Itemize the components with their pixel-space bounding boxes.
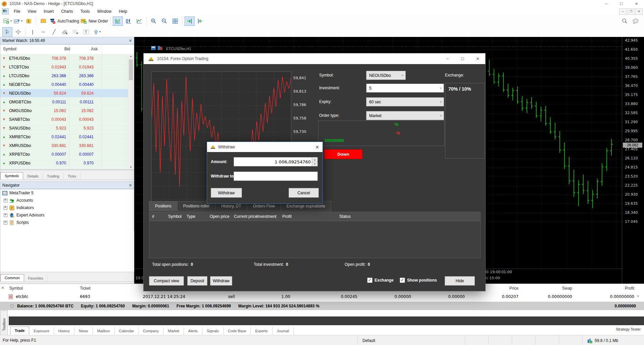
market-watch-tab-details[interactable]: Details bbox=[23, 173, 43, 180]
market-watch-row[interactable]: ▼NEOUSDbo59.62459.624 bbox=[0, 89, 129, 98]
dialog-close-icon[interactable]: ✕ bbox=[470, 53, 485, 64]
navigator-tab-favorites[interactable]: Favorites bbox=[24, 275, 48, 282]
market-watch-row[interactable]: ▲LTCUSDbo263.366263.366 bbox=[0, 71, 129, 80]
amount-input[interactable]: 1 006,09254760 ▲▼ bbox=[234, 157, 318, 166]
order-type-select[interactable]: Market ˅ bbox=[366, 111, 444, 120]
trendline-tool-button[interactable]: ╱ bbox=[49, 27, 59, 37]
market-watch-row[interactable]: ▲XMRBTCbo0.024410.02441 bbox=[0, 133, 129, 141]
menu-charts[interactable]: Charts bbox=[57, 8, 77, 15]
menu-file[interactable]: File bbox=[10, 8, 24, 15]
toolbox-tab-code-base[interactable]: Code Base bbox=[224, 327, 251, 335]
dialog-minimize-icon[interactable]: ─ bbox=[440, 53, 455, 64]
mdi-minimize-icon[interactable]: ─ bbox=[619, 8, 627, 15]
menu-window[interactable]: Window bbox=[94, 8, 115, 15]
equidistant-channel-tool-button[interactable]: E bbox=[60, 27, 70, 37]
market-watch-tab-symbols[interactable]: Symbols bbox=[0, 172, 23, 180]
line-chart-mode-button[interactable] bbox=[134, 16, 144, 26]
deposit-button[interactable]: Deposit bbox=[187, 276, 207, 286]
market-watch-row[interactable]: ▼OMGUSDbo15.06215.062 bbox=[0, 106, 129, 115]
toolbox-tab-alerts[interactable]: Alerts bbox=[184, 327, 202, 335]
toolbox-column-price[interactable]: Price bbox=[509, 286, 518, 291]
tile-windows-button[interactable] bbox=[170, 16, 180, 26]
expand-icon[interactable] bbox=[4, 206, 7, 210]
market-watch-row[interactable]: ▼SANBTCbo0.000430.00043 bbox=[0, 115, 129, 124]
toolbox-tab-exposure[interactable]: Exposure bbox=[29, 327, 54, 335]
bar-chart-mode-button[interactable] bbox=[113, 16, 123, 26]
expand-icon[interactable] bbox=[4, 221, 7, 225]
close-button[interactable]: ✕ bbox=[629, 0, 644, 7]
symbol-select[interactable]: NEOUSDbo ˅ bbox=[366, 71, 406, 80]
toolbox-tab-company[interactable]: Company bbox=[139, 327, 163, 335]
navigator-close-icon[interactable]: ✕ bbox=[129, 183, 132, 188]
checkbox-icon[interactable]: ✓ bbox=[400, 278, 405, 283]
hide-button[interactable]: Hide bbox=[445, 276, 475, 286]
menu-help[interactable]: Help bbox=[115, 8, 131, 15]
column-symbol[interactable]: Symbol bbox=[3, 47, 16, 51]
navigator-item-accounts[interactable]: Accounts bbox=[0, 197, 134, 204]
withdraw-to-input[interactable] bbox=[234, 171, 318, 181]
withdraw-confirm-button[interactable]: Withdraw bbox=[211, 188, 242, 198]
strategy-tester-label[interactable]: Strategy Tester bbox=[616, 327, 641, 331]
toolbox-tab-calendar[interactable]: Calendar bbox=[115, 327, 139, 335]
mdi-close-icon[interactable]: ✕ bbox=[635, 8, 643, 15]
text-tool-button[interactable]: T bbox=[81, 27, 91, 37]
column-bid[interactable]: Bid bbox=[43, 47, 70, 51]
status-profile-cell[interactable]: Default bbox=[357, 335, 465, 345]
zoom-in-button[interactable] bbox=[149, 16, 159, 26]
cursor-tool-button[interactable] bbox=[2, 27, 12, 37]
toolbox-tab-trade[interactable]: Trade bbox=[10, 327, 29, 335]
toolbox-tab-journal[interactable]: Journal bbox=[273, 327, 294, 335]
mdi-restore-icon[interactable]: ❐ bbox=[627, 8, 635, 15]
investment-input[interactable]: 5 ˅ bbox=[366, 84, 444, 93]
toolbox-close-icon[interactable]: ✕ bbox=[1, 286, 4, 290]
toolbox-tab-history[interactable]: History bbox=[54, 327, 75, 335]
navigator-item-indicators[interactable]: fIndicators bbox=[0, 204, 134, 211]
market-watch-row[interactable]: ▲OMGBTCbo0.001110.00111 bbox=[0, 98, 129, 106]
scrollbar-thumb[interactable] bbox=[129, 59, 133, 80]
cancel-button[interactable]: Cancel bbox=[289, 188, 319, 198]
dialog-maximize-icon[interactable]: ☐ bbox=[455, 53, 470, 64]
withdraw-button[interactable]: Withdraw bbox=[210, 276, 232, 286]
fibonacci-tool-button[interactable]: F bbox=[70, 27, 81, 37]
toolbox-tab-news[interactable]: News bbox=[75, 327, 93, 335]
menu-tools[interactable]: Tools bbox=[77, 8, 94, 15]
positions-column-current-price[interactable]: Current price bbox=[234, 214, 257, 219]
candlestick-mode-button[interactable] bbox=[123, 16, 134, 26]
auto-scroll-button[interactable] bbox=[195, 16, 205, 26]
show-positions-checkbox[interactable]: ✓Show positions bbox=[400, 278, 437, 283]
crosshair-tool-button[interactable] bbox=[13, 27, 23, 37]
positions-column-symbol[interactable]: Symbol bbox=[168, 214, 182, 219]
positions-column-type[interactable]: Type bbox=[187, 214, 195, 219]
amount-stepper[interactable]: ▲▼ bbox=[312, 158, 317, 166]
positions-tab-positions[interactable]: Positions bbox=[149, 201, 178, 211]
market-watch-tab-ticks[interactable]: Ticks bbox=[64, 173, 81, 180]
navigator-tab-common[interactable]: Common bbox=[0, 274, 24, 282]
chart-shift-button[interactable] bbox=[185, 16, 195, 26]
market-watch-scrollbar[interactable]: ▲ ▼ bbox=[128, 54, 134, 170]
menu-insert[interactable]: Insert bbox=[40, 8, 57, 15]
autotrading-button[interactable]: AutoTrading bbox=[49, 16, 80, 26]
down-button[interactable]: Down bbox=[324, 149, 362, 159]
scroll-down-icon[interactable]: ▼ bbox=[128, 165, 134, 170]
history-center-button[interactable] bbox=[38, 16, 48, 26]
market-watch-row[interactable]: ▼LTCBTCbo0.019430.01943 bbox=[0, 63, 129, 71]
toolbox-side-tab[interactable]: Toolbox bbox=[0, 310, 8, 339]
navigator-item-expert-advisors[interactable]: Expert Advisors bbox=[0, 211, 134, 219]
expand-icon[interactable] bbox=[4, 199, 7, 202]
close-position-icon[interactable]: ✕ bbox=[637, 294, 639, 298]
market-watch-row[interactable]: ▲NEOBTCbo0.004400.00440 bbox=[0, 80, 129, 89]
exchange-checkbox[interactable]: ✓Exchange bbox=[367, 278, 394, 283]
navigator-item-scripts[interactable]: Scripts bbox=[0, 219, 134, 226]
toolbox-column-swap[interactable]: Swap bbox=[562, 286, 572, 291]
shapes-tool-button[interactable]: ▾ bbox=[92, 27, 102, 37]
toolbox-tab-signals[interactable]: Signals bbox=[202, 327, 224, 335]
market-watch-close-icon[interactable]: ✕ bbox=[129, 39, 132, 43]
forex-dialog-titlebar[interactable]: 10154: Forex Option Trading ─ ☐ ✕ bbox=[144, 53, 485, 64]
market-watch-row[interactable]: ▲XRPBTCbo0.000070.00007 bbox=[0, 150, 129, 159]
new-order-button[interactable]: New Order bbox=[80, 16, 108, 26]
withdraw-close-icon[interactable]: ✕ bbox=[315, 145, 319, 150]
market-watch-tab-trading[interactable]: Trading bbox=[43, 173, 64, 180]
positions-column-status[interactable]: Status bbox=[339, 214, 351, 219]
positions-column-investment[interactable]: Investment bbox=[257, 214, 277, 219]
toolbox-tab-mailbox[interactable]: Mailbox bbox=[93, 327, 115, 335]
